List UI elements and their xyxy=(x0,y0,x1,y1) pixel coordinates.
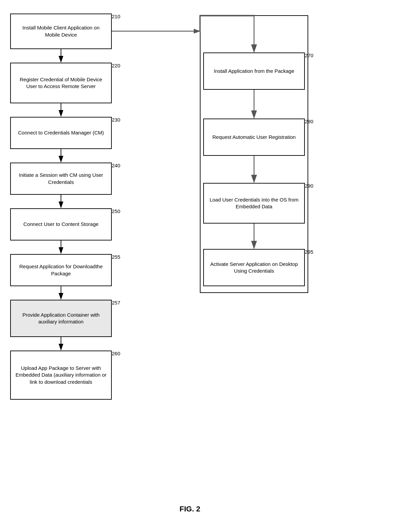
ref-280: 280 xyxy=(305,119,313,124)
ref-250: 250 xyxy=(112,208,120,214)
box-240: Initiate a Session with CM using User Cr… xyxy=(10,163,112,195)
ref-270: 270 xyxy=(305,52,313,58)
ref-290: 290 xyxy=(305,183,313,189)
ref-210: 210 xyxy=(112,14,120,19)
ref-257: 257 xyxy=(112,300,120,306)
ref-230: 230 xyxy=(112,117,120,123)
fig-label: FIG. 2 xyxy=(180,505,200,513)
box-257: Provide Application Container with auxil… xyxy=(10,300,112,337)
diagram-container: Install Mobile Client Application on Mob… xyxy=(0,0,420,526)
box-220: Register Credential of Mobile Device Use… xyxy=(10,63,112,103)
box-255: Request Application for Downloadthe Pack… xyxy=(10,254,112,286)
ref-240: 240 xyxy=(112,163,120,168)
box-260: Upload App Package to Server with Embedd… xyxy=(10,351,112,400)
ref-295: 295 xyxy=(305,249,313,255)
ref-260: 260 xyxy=(112,351,120,356)
box-290: Load User Credentials into the OS from E… xyxy=(203,183,305,224)
ref-255: 255 xyxy=(112,254,120,260)
box-270: Install Application from the Package xyxy=(203,52,305,90)
box-280: Request Automatic User Registration xyxy=(203,119,305,156)
box-295: Activate Server Application on Desktop U… xyxy=(203,249,305,286)
box-210: Install Mobile Client Application on Mob… xyxy=(10,14,112,49)
ref-220: 220 xyxy=(112,63,120,68)
box-250: Connect User to Content Storage xyxy=(10,208,112,240)
box-230: Connect to Credentials Manager (CM) xyxy=(10,117,112,149)
